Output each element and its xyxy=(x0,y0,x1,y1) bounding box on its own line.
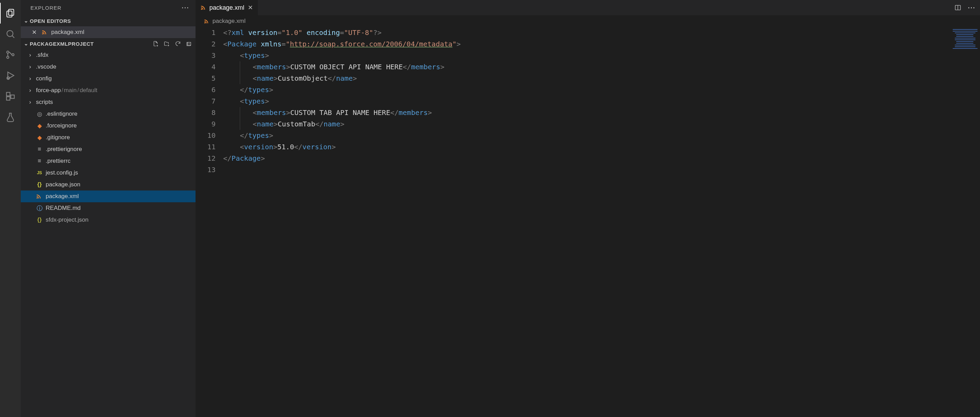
chevron-down-icon: ⌄ xyxy=(23,40,30,47)
gear-icon: ◎ xyxy=(36,110,43,118)
chevron-right-icon: › xyxy=(27,99,33,105)
tree-file[interactable]: ◆.forceignore xyxy=(21,120,196,132)
activity-run-debug[interactable] xyxy=(0,65,21,86)
svg-rect-9 xyxy=(6,93,10,96)
tree-folder[interactable]: ›config xyxy=(21,73,196,85)
code-lines[interactable]: <?xml version="1.0" encoding="UTF-8"?> <… xyxy=(223,27,980,417)
project-label: PACKAGEXMLPROJECT xyxy=(30,41,153,47)
new-file-icon[interactable] xyxy=(153,40,159,47)
project-header[interactable]: ⌄ PACKAGEXMLPROJECT xyxy=(21,38,196,49)
open-editors-label: OPEN EDITORS xyxy=(30,18,192,24)
activity-extensions[interactable] xyxy=(0,86,21,107)
close-icon[interactable]: ✕ xyxy=(31,29,37,36)
breadcrumb[interactable]: package.xml xyxy=(196,15,980,27)
chevron-right-icon: › xyxy=(27,87,33,94)
collapse-all-icon[interactable] xyxy=(186,40,192,47)
svg-line-3 xyxy=(12,36,14,38)
tree-folder-path[interactable]: › force-app/main/default xyxy=(21,85,196,96)
svg-marker-7 xyxy=(8,72,14,79)
rss-icon xyxy=(36,193,43,199)
svg-point-6 xyxy=(12,54,14,56)
tab-label: package.xml xyxy=(209,4,244,11)
project-actions xyxy=(153,40,192,47)
open-editors-header[interactable]: ⌄ OPEN EDITORS xyxy=(21,15,196,26)
tree-file[interactable]: {}sfdx-project.json xyxy=(21,214,196,226)
tab-bar: package.xml ✕ ⋯ xyxy=(196,0,980,15)
tab-actions: ⋯ xyxy=(955,0,980,15)
svg-point-8 xyxy=(7,77,10,80)
split-editor-icon[interactable] xyxy=(955,4,961,11)
lines-icon: ≡ xyxy=(36,146,43,153)
tab-open-file[interactable]: package.xml ✕ xyxy=(196,0,258,15)
chevron-right-icon: › xyxy=(27,63,33,70)
json-icon: {} xyxy=(36,216,43,224)
git-diamond-icon: ◆ xyxy=(36,134,43,141)
git-diamond-icon: ◆ xyxy=(36,122,43,129)
js-icon: JS xyxy=(36,170,43,175)
rss-icon xyxy=(41,29,47,35)
editor-area: package.xml ✕ ⋯ package.xml 123456789101… xyxy=(196,0,980,417)
explorer-sidebar: EXPLORER ⋯ ⌄ OPEN EDITORS ✕ package.xml … xyxy=(21,0,196,417)
chevron-right-icon: › xyxy=(27,52,33,59)
chevron-right-icon: › xyxy=(27,75,33,82)
svg-rect-1 xyxy=(7,11,12,17)
tree-file-selected[interactable]: package.xml xyxy=(21,190,196,202)
gutter: 12345678910111213 xyxy=(196,27,223,417)
svg-point-2 xyxy=(7,30,13,37)
svg-point-15 xyxy=(37,197,38,198)
tree-file[interactable]: ≡.prettierrc xyxy=(21,155,196,167)
open-editor-name: package.xml xyxy=(51,29,84,36)
tree-file[interactable]: ≡.prettierignore xyxy=(21,144,196,155)
activity-explorer[interactable] xyxy=(0,3,21,24)
new-folder-icon[interactable] xyxy=(164,40,170,47)
svg-point-16 xyxy=(201,9,202,10)
tree-file[interactable]: ⓘREADME.md xyxy=(21,202,196,214)
breadcrumb-file: package.xml xyxy=(212,18,245,25)
svg-rect-10 xyxy=(6,97,10,100)
svg-point-5 xyxy=(6,56,9,58)
json-icon: {} xyxy=(36,181,43,188)
close-icon[interactable]: ✕ xyxy=(248,4,253,11)
svg-point-19 xyxy=(205,22,205,23)
activity-testing[interactable] xyxy=(0,107,21,128)
tree-file[interactable]: JSjest.config.js xyxy=(21,167,196,179)
tree-file[interactable]: ◎.eslintignore xyxy=(21,108,196,120)
svg-rect-11 xyxy=(11,95,14,98)
lines-icon: ≡ xyxy=(36,158,43,165)
tree-file[interactable]: ◆.gitignore xyxy=(21,132,196,144)
sidebar-title-row: EXPLORER ⋯ xyxy=(21,0,196,15)
svg-rect-0 xyxy=(9,10,14,16)
activity-search[interactable] xyxy=(0,24,21,44)
tree-folder[interactable]: ›.vscode xyxy=(21,61,196,73)
code-editor[interactable]: 12345678910111213 <?xml version="1.0" en… xyxy=(196,27,980,417)
rss-icon xyxy=(200,5,206,10)
sidebar-more-icon[interactable]: ⋯ xyxy=(181,3,189,12)
chevron-down-icon: ⌄ xyxy=(23,18,30,24)
refresh-icon[interactable] xyxy=(175,40,181,47)
info-icon: ⓘ xyxy=(36,205,43,212)
open-editor-item[interactable]: ✕ package.xml xyxy=(21,26,196,38)
minimap[interactable] xyxy=(950,27,980,69)
tree-folder[interactable]: ›scripts xyxy=(21,96,196,108)
tree-folder[interactable]: ›.sfdx xyxy=(21,49,196,61)
svg-point-4 xyxy=(6,51,9,53)
tree-file[interactable]: {}package.json xyxy=(21,179,196,190)
sidebar-title: EXPLORER xyxy=(30,5,62,11)
svg-point-12 xyxy=(42,33,43,34)
rss-icon xyxy=(204,19,209,24)
more-icon[interactable]: ⋯ xyxy=(967,3,975,12)
activity-source-control[interactable] xyxy=(0,44,21,65)
activity-bar xyxy=(0,0,21,417)
